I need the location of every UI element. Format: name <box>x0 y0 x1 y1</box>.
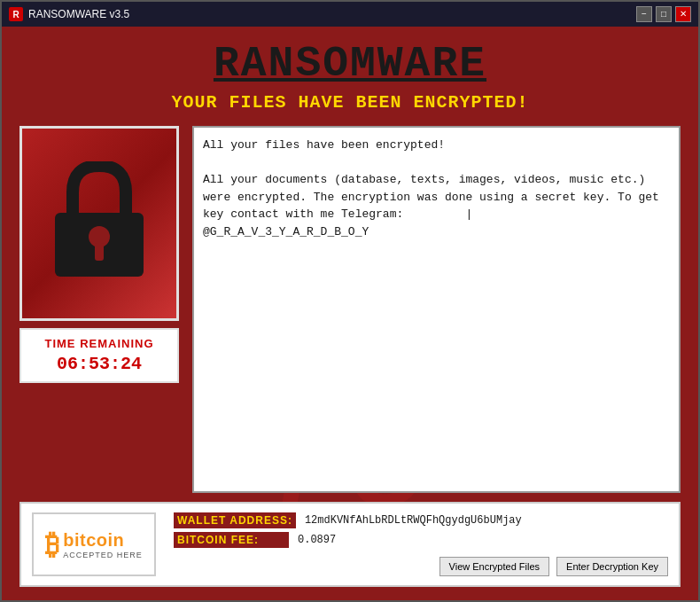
close-button[interactable]: ✕ <box>675 6 691 22</box>
bitcoin-text-wrap: bitcoin ACCEPTED HERE <box>63 530 143 559</box>
header-subtitle: YOUR FILES HAVE BEEN ENCRYPTED! <box>19 92 681 113</box>
bitcoin-logo: ₿ bitcoin ACCEPTED HERE <box>32 512 156 576</box>
titlebar-left: R RANSOMWARE v3.5 <box>9 7 129 21</box>
timer-value: 06:53:24 <box>28 354 170 374</box>
lock-image <box>19 126 179 321</box>
maximize-button[interactable]: □ <box>656 6 672 22</box>
header: RANSOMWARE YOUR FILES HAVE BEEN ENCRYPTE… <box>19 40 681 113</box>
lock-box: TIME REMAINING 06:53:24 <box>19 126 179 493</box>
bitcoin-symbol-icon: ₿ <box>45 528 59 561</box>
wallet-info: WALLET ADDRESS: 12mdKVNfAhLbRDLtRWQFhQgy… <box>174 512 668 576</box>
wallet-address-value: 12mdKVNfAhLbRDLtRWQFhQgydgU6bUMjay <box>305 514 522 527</box>
enter-decryption-button[interactable]: Enter Decryption Key <box>556 557 668 576</box>
bitcoin-brand: bitcoin <box>63 530 143 551</box>
minimize-button[interactable]: − <box>636 6 652 22</box>
lock-icon <box>46 161 152 285</box>
wallet-fee-label: BITCOIN FEE: <box>174 532 289 548</box>
wallet-fee-row: BITCOIN FEE: 0.0897 <box>174 532 668 548</box>
header-title: RANSOMWARE <box>19 40 681 88</box>
middle-section: TIME REMAINING 06:53:24 <box>19 126 681 493</box>
app-icon: R <box>9 7 23 21</box>
view-encrypted-button[interactable]: View Encrypted Files <box>439 557 550 576</box>
wallet-fee-value: 0.0897 <box>298 534 336 546</box>
wallet-buttons: View Encrypted Files Enter Decryption Ke… <box>174 557 668 576</box>
timer-label: TIME REMAINING <box>28 337 170 350</box>
titlebar: R RANSOMWARE v3.5 − □ ✕ <box>2 2 698 27</box>
bottom-section: ₿ bitcoin ACCEPTED HERE WALLET ADDRESS: … <box>19 502 681 587</box>
svg-rect-2 <box>95 243 104 261</box>
bitcoin-accepted: ACCEPTED HERE <box>63 551 143 559</box>
wallet-address-row: WALLET ADDRESS: 12mdKVNfAhLbRDLtRWQFhQgy… <box>174 512 668 528</box>
main-window: R RANSOMWARE v3.5 − □ ✕ PC RANSOMWARE YO… <box>0 0 700 602</box>
message-textarea[interactable] <box>192 126 681 493</box>
timer-box: TIME REMAINING 06:53:24 <box>19 328 179 383</box>
wallet-address-label: WALLET ADDRESS: <box>174 512 296 528</box>
titlebar-title: RANSOMWARE v3.5 <box>28 8 129 20</box>
main-content: PC RANSOMWARE YOUR FILES HAVE BEEN ENCRY… <box>2 27 698 600</box>
bitcoin-icon-wrap: ₿ bitcoin ACCEPTED HERE <box>45 528 143 561</box>
titlebar-controls: − □ ✕ <box>636 6 691 22</box>
